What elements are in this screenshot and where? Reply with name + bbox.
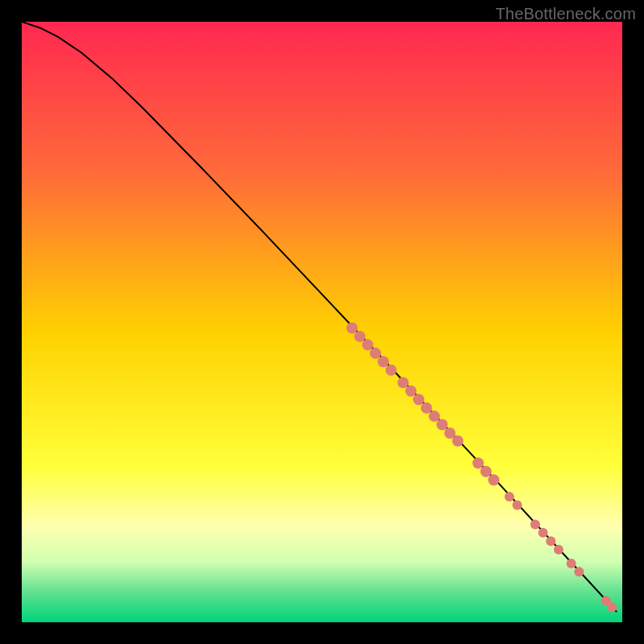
data-marker — [386, 365, 397, 376]
data-marker — [505, 492, 514, 502]
data-marker — [512, 501, 522, 510]
data-marker — [369, 348, 381, 359]
data-marker — [421, 402, 432, 414]
chart-frame: TheBottleneck.com — [0, 0, 644, 644]
data-marker — [452, 436, 464, 447]
data-marker — [362, 339, 374, 350]
data-marker — [488, 474, 499, 485]
data-marker — [346, 322, 357, 333]
data-marker — [398, 377, 409, 388]
data-marker — [554, 545, 564, 555]
data-marker — [574, 567, 584, 576]
data-marker — [530, 519, 540, 529]
data-marker — [473, 457, 484, 469]
data-marker — [539, 528, 548, 538]
chart-svg — [22, 22, 622, 622]
data-marker — [354, 331, 365, 342]
data-marker — [378, 356, 389, 367]
data-marker — [567, 559, 576, 568]
data-marker — [481, 466, 492, 477]
data-marker — [405, 386, 416, 397]
plot-area — [22, 22, 622, 622]
data-marker — [436, 419, 448, 431]
data-marker — [546, 536, 555, 546]
data-marker — [429, 411, 440, 422]
data-marker — [607, 602, 617, 612]
data-marker — [413, 394, 424, 405]
gradient-background — [22, 22, 622, 622]
watermark-label: TheBottleneck.com — [495, 5, 636, 23]
